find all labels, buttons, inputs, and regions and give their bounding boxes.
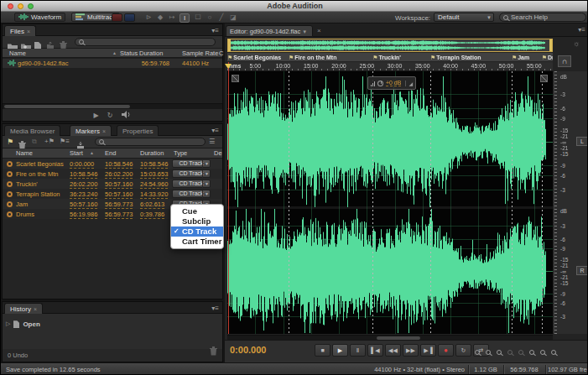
close-tab-icon[interactable]: × [102, 128, 106, 134]
preview-loop-icon[interactable]: ↻ [107, 112, 113, 119]
files-search-box[interactable] [75, 38, 216, 46]
zoom-navigator[interactable] [227, 39, 553, 52]
marker-start[interactable]: 0:00.000 [70, 160, 94, 169]
marker-start[interactable]: 10:58.546 [70, 170, 97, 179]
zoom-to-in-point-button[interactable] [527, 347, 536, 357]
record-button[interactable]: ● [438, 344, 454, 357]
marker-flag[interactable]: ⚑Scarlet Begonias [227, 53, 281, 62]
history-item[interactable]: ▷Open [6, 316, 40, 331]
marker-type-dropdown[interactable]: CD Track▼ [172, 180, 211, 188]
marker-row[interactable]: Truckin'26:02.20050:57.16024:54.960CD Tr… [3, 179, 222, 189]
spectral-brightness-icon[interactable]: ☼ [573, 39, 580, 48]
slip-tool-icon[interactable]: ↦ [167, 13, 177, 21]
channel-badge-l[interactable]: L [576, 137, 588, 146]
zoom-to-selection-button[interactable] [549, 347, 558, 357]
tab-history[interactable]: History× [4, 303, 43, 314]
spectral-display-icon[interactable] [124, 13, 135, 22]
move-tool-icon[interactable]: ⊳ [143, 13, 154, 21]
marker-list-icon[interactable]: ⚑≡ [60, 138, 70, 145]
tab-properties[interactable]: Properties [117, 125, 159, 136]
menu-item-cart-timer[interactable]: Cart Timer [171, 237, 223, 247]
marker-duration[interactable]: 0:39.786 [140, 211, 164, 219]
selection-handle-right[interactable] [540, 75, 548, 82]
channel-badge-r[interactable]: R [576, 266, 588, 275]
column-header-sample-rate[interactable]: Sample Rate [182, 49, 218, 57]
column-header-end[interactable]: End [105, 149, 116, 157]
marker-row[interactable]: Fire on the Mtn10:58.54626:02.20015:03.6… [3, 169, 222, 179]
navigator-left-handle[interactable] [228, 39, 231, 51]
column-header-type[interactable]: Type [174, 149, 187, 157]
panel-menu-icon[interactable]: ▾≡ [211, 305, 219, 312]
lasso-selection-tool-icon[interactable]: ○ [205, 13, 215, 21]
marker-row[interactable]: Scarlet Begonias0:00.00010:58.54610:58.5… [3, 159, 222, 169]
time-display[interactable]: 0:00.000 [230, 345, 266, 355]
marker-duration[interactable]: 24:54.960 [140, 180, 168, 189]
zoom-out-horizontal-button[interactable] [505, 347, 514, 357]
marker-start[interactable]: 56:19.986 [70, 211, 97, 219]
spot-healing-tool-icon[interactable]: ◪ [228, 13, 238, 21]
loop-display-icon[interactable]: ∩ [558, 55, 571, 67]
files-table-header[interactable]: NameStatusDurationSample RateC▲ [3, 49, 222, 58]
marker-duration[interactable]: 10:58.546 [140, 160, 168, 169]
volume-hud[interactable]: +0 dB ◢ [367, 76, 416, 90]
time-selection-tool-icon[interactable]: I [180, 13, 190, 23]
marker-duration[interactable]: 15:03.653 [140, 170, 168, 179]
marker-start[interactable]: 50:57.160 [70, 201, 97, 209]
preview-speaker-icon[interactable] [121, 111, 131, 120]
tab-markers[interactable]: Markers× [70, 125, 112, 136]
play-button[interactable]: ▶ [332, 344, 348, 357]
marker-type-dropdown[interactable]: CD Track▼ [172, 159, 211, 168]
marker-bar[interactable]: ⚑Scarlet Begonias⚑Fire on the Mtn⚑Trucki… [227, 53, 553, 62]
scrollbar-handle[interactable] [4, 105, 130, 108]
column-header-status[interactable]: Status [120, 49, 138, 57]
panel-menu-icon[interactable]: ▾≡ [211, 127, 219, 134]
stop-button[interactable]: ■ [315, 344, 330, 357]
zoom-reset-button[interactable] [516, 347, 525, 357]
selection-handle-left[interactable] [232, 75, 239, 82]
menu-item-subclip[interactable]: Subclip [171, 216, 223, 227]
waveform-canvas[interactable] [227, 71, 553, 334]
files-search-input[interactable] [86, 39, 211, 46]
close-tab-icon[interactable]: × [317, 27, 321, 34]
file-row[interactable]: gd90-09-14d2.flac56:59.76844100 Hz [3, 59, 222, 68]
panel-menu-icon[interactable]: ▾≡ [211, 27, 219, 34]
marker-end[interactable]: 50:57.160 [105, 190, 133, 199]
column-header-name[interactable]: Name [16, 149, 33, 157]
waveform-display[interactable]: +0 dB ◢ [227, 71, 553, 334]
menu-item-cd-track[interactable]: ✓CD Track [171, 227, 223, 237]
panel-menu-icon[interactable]: ▾≡ [578, 26, 585, 34]
trash-icon[interactable] [210, 344, 217, 359]
pin-icon[interactable]: ◢ [405, 81, 413, 86]
marker-flag[interactable]: ⚑Truckin' [372, 53, 401, 62]
titlebar[interactable]: Adobe Audition [1, 1, 588, 12]
marker-type-dropdown[interactable]: CD Track▼ [172, 190, 211, 198]
marker-flag[interactable]: ⚑Fire on the Mtn [289, 53, 336, 62]
marker-end[interactable]: 26:02.200 [105, 170, 133, 179]
go-end-button[interactable]: ▶▐ [420, 344, 436, 357]
help-search-input[interactable] [511, 13, 582, 21]
gain-value[interactable]: +0 dB [386, 80, 402, 86]
column-header-de[interactable]: De [214, 149, 222, 157]
filter-icon[interactable]: ☰ [209, 138, 215, 145]
timeline-ruler[interactable]: hms 5:0010:0015:0020:0025:0030:0035:0040… [227, 62, 553, 71]
zoom-to-out-point-button[interactable] [538, 347, 547, 357]
column-header-duration[interactable]: Duration [140, 149, 164, 157]
preview-play-icon[interactable]: ▶ [94, 112, 99, 119]
razor-tool-icon[interactable]: ◆ [155, 13, 165, 21]
zoom-in-horizontal-button[interactable] [494, 347, 503, 357]
help-search-box[interactable] [499, 13, 586, 22]
navigator-right-handle[interactable] [549, 39, 552, 51]
marker-end[interactable]: 10:58.546 [105, 160, 133, 169]
insert-marker-icon[interactable]: +⚑ [44, 138, 55, 145]
marker-end[interactable]: 56:59.773 [105, 201, 133, 209]
go-start-button[interactable]: ▌◀ [367, 344, 383, 357]
disclosure-icon[interactable]: ▷ [6, 320, 10, 327]
marker-flag[interactable]: ⚑Jam [512, 53, 529, 62]
marker-end[interactable]: 50:57.160 [105, 180, 133, 189]
close-tab-icon[interactable]: × [27, 29, 30, 34]
marquee-selection-tool-icon[interactable]: ☐ [193, 13, 203, 21]
marker-start[interactable]: 26:02.200 [70, 180, 97, 189]
marker-start[interactable]: 36:23.240 [70, 190, 97, 199]
marker-flag[interactable]: ⚑Terrapin Station [430, 53, 481, 62]
column-header-start[interactable]: Start [70, 149, 83, 157]
